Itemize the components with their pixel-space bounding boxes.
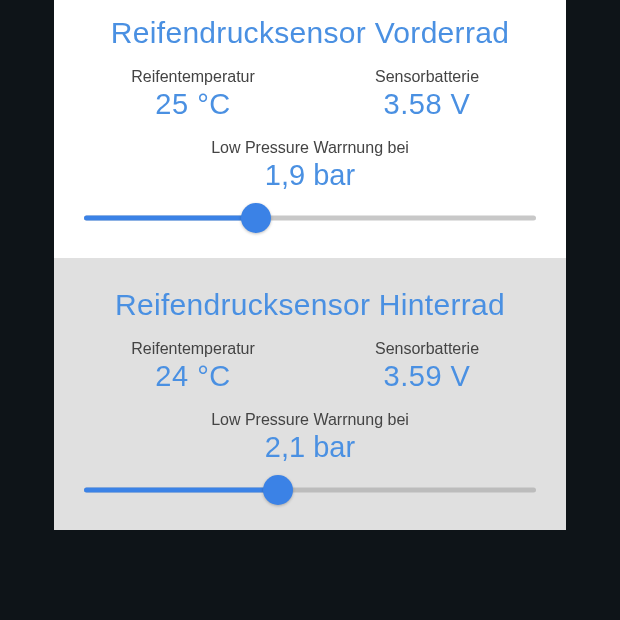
rear-pressure-slider[interactable]	[84, 474, 536, 506]
front-warning-label: Low Pressure Warrnung bei	[78, 139, 542, 157]
rear-battery-metric: Sensorbatterie 3.59 V	[316, 340, 538, 393]
rear-metrics-row: Reifentemperatur 24 °C Sensorbatterie 3.…	[82, 340, 538, 393]
rear-temperature-value: 24 °C	[82, 360, 304, 393]
rear-warning-label: Low Pressure Warrnung bei	[78, 411, 542, 429]
rear-warning-block: Low Pressure Warrnung bei 2,1 bar	[78, 411, 542, 464]
slider-thumb[interactable]	[263, 475, 293, 505]
slider-fill	[84, 216, 256, 221]
rear-battery-label: Sensorbatterie	[316, 340, 538, 358]
rear-wheel-section: Reifendrucksensor Hinterrad Reifentemper…	[54, 258, 566, 530]
slider-thumb[interactable]	[241, 203, 271, 233]
slider-fill	[84, 488, 278, 493]
front-battery-value: 3.58 V	[316, 88, 538, 121]
front-battery-label: Sensorbatterie	[316, 68, 538, 86]
front-temperature-value: 25 °C	[82, 88, 304, 121]
rear-warning-value: 2,1 bar	[78, 431, 542, 464]
app-screen: Reifendrucksensor Vorderrad Reifentemper…	[54, 0, 566, 530]
front-battery-metric: Sensorbatterie 3.58 V	[316, 68, 538, 121]
rear-temperature-metric: Reifentemperatur 24 °C	[82, 340, 304, 393]
front-metrics-row: Reifentemperatur 25 °C Sensorbatterie 3.…	[82, 68, 538, 121]
front-warning-block: Low Pressure Warrnung bei 1,9 bar	[78, 139, 542, 192]
front-section-title: Reifendrucksensor Vorderrad	[78, 16, 542, 50]
rear-battery-value: 3.59 V	[316, 360, 538, 393]
rear-section-title: Reifendrucksensor Hinterrad	[78, 288, 542, 322]
rear-temperature-label: Reifentemperatur	[82, 340, 304, 358]
front-temperature-label: Reifentemperatur	[82, 68, 304, 86]
front-wheel-section: Reifendrucksensor Vorderrad Reifentemper…	[54, 0, 566, 258]
front-temperature-metric: Reifentemperatur 25 °C	[82, 68, 304, 121]
front-warning-value: 1,9 bar	[78, 159, 542, 192]
front-pressure-slider[interactable]	[84, 202, 536, 234]
